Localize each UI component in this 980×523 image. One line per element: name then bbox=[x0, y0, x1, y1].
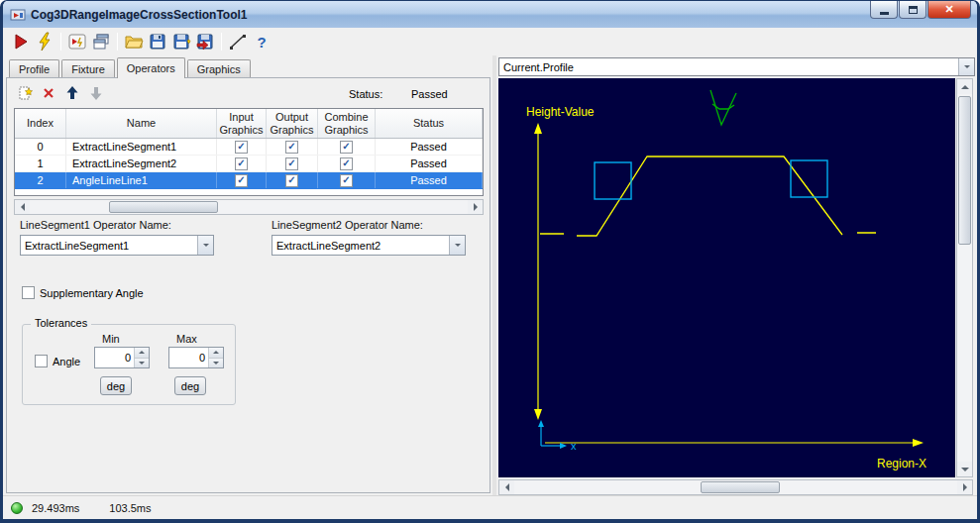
move-up-button[interactable] bbox=[63, 84, 81, 102]
input-graphics-checkbox[interactable]: ✓ bbox=[235, 174, 248, 187]
scroll-right-button[interactable] bbox=[957, 480, 972, 494]
input-graphics-checkbox[interactable]: ✓ bbox=[235, 141, 248, 154]
table-filler bbox=[15, 189, 483, 195]
tab-profile[interactable]: Profile bbox=[9, 59, 59, 77]
column-header-status[interactable]: Status bbox=[376, 109, 483, 138]
title-bar[interactable]: Cog3DRangeImageCrossSectionTool1 ✕ bbox=[3, 1, 977, 28]
output-graphics-checkbox[interactable]: ✓ bbox=[285, 174, 298, 187]
cell-status: Passed bbox=[376, 156, 483, 171]
app-icon bbox=[10, 7, 26, 23]
scroll-thumb[interactable] bbox=[958, 96, 971, 245]
down-arrow-icon bbox=[213, 362, 219, 365]
spin-up-button[interactable] bbox=[135, 348, 149, 358]
linesegment2-combobox[interactable]: ExtractLineSegment2 bbox=[272, 235, 466, 256]
scroll-track[interactable] bbox=[957, 94, 972, 462]
close-button[interactable]: ✕ bbox=[927, 1, 971, 19]
column-header-name[interactable]: Name bbox=[66, 109, 217, 138]
combine-graphics-checkbox[interactable]: ✓ bbox=[340, 174, 353, 187]
chart-h-scrollbar[interactable] bbox=[498, 479, 973, 495]
left-arrow-icon bbox=[21, 203, 25, 211]
scroll-down-button[interactable] bbox=[957, 462, 972, 476]
spinner-buttons bbox=[208, 348, 223, 367]
svg-text:Region-X: Region-X bbox=[877, 457, 926, 471]
save-button[interactable] bbox=[146, 30, 169, 53]
profile-chart: Height-ValueRegion-Xx bbox=[498, 78, 955, 477]
dropdown-button[interactable] bbox=[958, 58, 974, 75]
minimize-button[interactable] bbox=[870, 1, 898, 19]
table-row[interactable]: 1 ExtractLineSegment2 ✓ ✓ ✓ Passed bbox=[15, 156, 483, 172]
scroll-track[interactable] bbox=[30, 200, 468, 214]
min-value[interactable]: 0 bbox=[95, 348, 134, 367]
floppy-image-icon bbox=[171, 32, 191, 52]
supplementary-angle-checkbox[interactable] bbox=[22, 286, 35, 299]
total-time: 103.5ms bbox=[109, 502, 151, 514]
supplementary-angle-row: Supplementary Angle bbox=[22, 286, 144, 299]
cell-status: Passed bbox=[376, 139, 483, 155]
record-selector-combobox[interactable]: Current.Profile bbox=[498, 57, 975, 76]
app-window: Cog3DRangeImageCrossSectionTool1 ✕ bbox=[0, 0, 980, 523]
output-graphics-checkbox[interactable]: ✓ bbox=[285, 141, 298, 154]
new-item-icon bbox=[17, 85, 33, 101]
input-graphics-checkbox[interactable]: ✓ bbox=[235, 157, 248, 170]
maximize-button[interactable] bbox=[899, 1, 926, 19]
scroll-right-button[interactable] bbox=[468, 200, 483, 214]
combo-value: ExtractLineSegment1 bbox=[21, 236, 197, 255]
profile-tool-button[interactable] bbox=[226, 30, 250, 53]
scroll-thumb[interactable] bbox=[701, 481, 780, 493]
min-unit-button[interactable]: deg bbox=[100, 376, 132, 395]
angle-checkbox[interactable] bbox=[35, 355, 48, 367]
dropdown-button[interactable] bbox=[449, 236, 465, 255]
column-header-output-graphics[interactable]: Output Graphics bbox=[267, 109, 318, 138]
run-button[interactable] bbox=[9, 30, 33, 53]
right-arrow-icon bbox=[963, 483, 967, 491]
max-unit-button[interactable]: deg bbox=[174, 376, 206, 395]
output-graphics-checkbox[interactable]: ✓ bbox=[285, 157, 298, 170]
toolbar-separator bbox=[117, 33, 118, 51]
float-window-button[interactable] bbox=[89, 30, 113, 53]
scroll-up-button[interactable] bbox=[957, 79, 972, 94]
help-button[interactable]: ? bbox=[250, 30, 273, 53]
move-down-button[interactable] bbox=[87, 84, 105, 102]
dropdown-button[interactable] bbox=[197, 236, 213, 255]
scroll-track[interactable] bbox=[514, 480, 957, 494]
save-image-button[interactable] bbox=[169, 30, 193, 53]
arrow-down-icon bbox=[88, 85, 104, 101]
column-header-combine-graphics[interactable]: Combine Graphics bbox=[318, 109, 376, 138]
tab-graphics[interactable]: Graphics bbox=[187, 59, 251, 77]
column-header-index[interactable]: Index bbox=[15, 109, 66, 138]
tolerances-title: Tolerances bbox=[31, 317, 91, 329]
add-operator-button[interactable] bbox=[16, 84, 34, 102]
scroll-left-button[interactable] bbox=[499, 480, 514, 494]
linesegment1-combobox[interactable]: ExtractLineSegment1 bbox=[20, 235, 214, 256]
combine-graphics-checkbox[interactable]: ✓ bbox=[340, 141, 353, 154]
trigger-button[interactable] bbox=[33, 30, 56, 53]
cell-index: 0 bbox=[15, 139, 66, 155]
table-h-scrollbar[interactable] bbox=[14, 199, 484, 215]
import-image-button[interactable] bbox=[193, 30, 217, 53]
left-pane: Profile Fixture Operators Graphics bbox=[3, 55, 492, 495]
spin-down-button[interactable] bbox=[135, 358, 149, 368]
delete-operator-button[interactable] bbox=[40, 84, 57, 102]
scroll-thumb[interactable] bbox=[109, 201, 218, 213]
min-spinner[interactable]: 0 bbox=[94, 347, 150, 368]
main-toolbar: ? bbox=[3, 28, 977, 55]
max-value[interactable]: 0 bbox=[169, 348, 208, 367]
spin-down-button[interactable] bbox=[209, 358, 223, 368]
open-button[interactable] bbox=[122, 30, 146, 53]
tab-fixture[interactable]: Fixture bbox=[61, 59, 115, 77]
tab-operators[interactable]: Operators bbox=[117, 57, 185, 78]
run-icon bbox=[11, 32, 31, 52]
linesegment2-label: LineSegment2 Operator Name: bbox=[272, 219, 423, 231]
window-controls: ✕ bbox=[869, 1, 971, 19]
combine-graphics-checkbox[interactable]: ✓ bbox=[340, 157, 353, 170]
scroll-left-button[interactable] bbox=[15, 200, 30, 214]
table-row-selected[interactable]: 2 AngleLineLine1 ✓ ✓ ✓ Passed bbox=[15, 172, 483, 189]
table-row[interactable]: 0 ExtractLineSegment1 ✓ ✓ ✓ Passed bbox=[15, 139, 483, 156]
chart-v-scrollbar[interactable] bbox=[956, 78, 973, 477]
electric-display-button[interactable] bbox=[65, 30, 89, 53]
column-header-input-graphics[interactable]: Input Graphics bbox=[217, 109, 267, 138]
max-spinner[interactable]: 0 bbox=[168, 347, 224, 368]
spin-up-button[interactable] bbox=[209, 348, 223, 358]
tolerances-group: Tolerances Angle Min Max 0 bbox=[22, 324, 236, 405]
down-arrow-icon bbox=[139, 362, 145, 365]
